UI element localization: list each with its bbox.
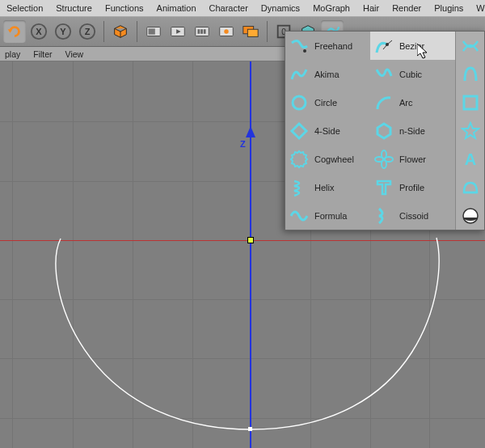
render-settings-button[interactable]	[167, 20, 189, 43]
circle-icon	[289, 92, 310, 113]
divider	[267, 21, 268, 42]
z-axis-label: Z	[240, 139, 246, 149]
cogwheel-icon	[289, 149, 310, 170]
flower-icon	[373, 149, 394, 170]
divider	[103, 21, 104, 42]
z-axis-button[interactable]: Z	[76, 20, 99, 43]
menu-character[interactable]: Character	[203, 3, 255, 13]
spline-4side[interactable]: 4-Side	[285, 116, 370, 145]
origin-handle[interactable]	[247, 237, 254, 243]
akima-icon	[289, 64, 310, 85]
spline-profile[interactable]: Profile	[370, 173, 455, 201]
profile-icon	[373, 177, 394, 198]
divider	[137, 21, 137, 42]
svg-rect-12	[198, 29, 200, 34]
spline-cogwheel[interactable]: Cogwheel	[285, 145, 370, 173]
spline-nside[interactable]: n-Side	[370, 116, 455, 145]
spline-menu-col2: Bezier Cubic Arc n-Side Flower Profile C…	[370, 32, 455, 230]
4side-icon	[289, 120, 310, 142]
menu-render[interactable]: Render	[386, 3, 428, 13]
svg-text:A: A	[464, 150, 475, 168]
spline-label: Cogwheel	[314, 154, 367, 164]
freehand-icon	[289, 36, 310, 57]
svg-rect-14	[204, 29, 206, 34]
spline-cubic[interactable]: Cubic	[370, 60, 455, 88]
picture-viewer-button[interactable]	[215, 20, 238, 43]
spline-akima[interactable]: Akima	[285, 60, 370, 88]
render-button[interactable]	[142, 20, 165, 43]
svg-point-31	[385, 157, 393, 162]
spline-bspline[interactable]	[456, 32, 484, 60]
render-active-button[interactable]	[239, 20, 262, 43]
svg-rect-8	[149, 28, 155, 34]
menu-mograph[interactable]: MoGraph	[306, 3, 356, 13]
spline-type-menu: Freehand Akima Circle 4-Side Cogwheel He…	[285, 31, 485, 230]
svg-line-26	[383, 44, 387, 49]
cube-primitive-button[interactable]	[109, 20, 132, 43]
menu-dynamics[interactable]: Dynamics	[255, 3, 306, 13]
spline-circle[interactable]: Circle	[285, 88, 370, 116]
menu-hair[interactable]: Hair	[356, 3, 386, 13]
spline-bezier[interactable]: Bezier	[370, 32, 455, 60]
spline-helix[interactable]: Helix	[285, 173, 370, 201]
svg-point-36	[463, 209, 478, 223]
menu-selection[interactable]: Selection	[0, 3, 49, 13]
spline-nurbs[interactable]	[456, 60, 484, 88]
menu-functions[interactable]: Functions	[99, 3, 150, 13]
spline-label: Flower	[399, 154, 452, 164]
grid-line	[73, 61, 74, 448]
menu-plugins[interactable]: Plugins	[428, 3, 470, 13]
menu-animation[interactable]: Animation	[150, 3, 203, 13]
subbar-view[interactable]: View	[65, 49, 84, 59]
y-axis-button[interactable]: Y	[52, 20, 74, 43]
helix-icon	[289, 177, 310, 198]
spline-freehand[interactable]: Freehand	[285, 32, 370, 60]
spline-label: Bezier	[399, 41, 452, 51]
svg-rect-13	[200, 29, 203, 34]
svg-text:Y: Y	[60, 27, 66, 36]
svg-text:Z: Z	[85, 27, 91, 36]
bezier-icon	[373, 36, 394, 57]
spline-arc[interactable]: Arc	[370, 88, 455, 116]
spline-label: Arc	[399, 98, 452, 108]
x-axis	[0, 240, 485, 241]
svg-point-23	[293, 96, 306, 109]
nside-icon	[373, 120, 394, 142]
svg-marker-33	[462, 123, 479, 138]
menu-structure[interactable]: Structure	[49, 3, 99, 13]
subbar-play[interactable]: play	[5, 49, 20, 59]
spline-label: Cubic	[399, 70, 452, 79]
spline-label: Formula	[314, 211, 367, 221]
spline-text[interactable]: A	[456, 145, 484, 173]
render-queue-button[interactable]	[191, 20, 213, 43]
spline-star[interactable]	[456, 116, 484, 145]
spline-menu-col3: A	[455, 32, 484, 230]
spline-spherify[interactable]	[456, 201, 484, 230]
grid-line	[192, 61, 193, 448]
grid-line	[0, 299, 485, 300]
z-axis	[250, 61, 251, 448]
svg-point-30	[375, 157, 383, 162]
spline-menu-col1: Freehand Akima Circle 4-Side Cogwheel He…	[285, 32, 370, 230]
spline-label: Profile	[399, 183, 452, 192]
svg-marker-27	[377, 124, 390, 138]
cubic-icon	[373, 64, 394, 85]
spline-flower[interactable]: Flower	[370, 145, 455, 173]
undo-button[interactable]	[3, 20, 26, 43]
spline-label: Akima	[314, 70, 367, 79]
spline-label: 4-Side	[314, 126, 367, 136]
spline-label: Helix	[314, 183, 367, 192]
grid-line	[133, 61, 133, 448]
spline-vectorize[interactable]	[456, 173, 484, 201]
spline-rectangle[interactable]	[456, 88, 484, 116]
subbar-filter[interactable]: Filter	[33, 49, 52, 59]
menubar: Selection Structure Functions Animation …	[0, 0, 485, 16]
menu-window[interactable]: Window	[470, 3, 485, 13]
formula-icon	[289, 205, 310, 226]
svg-point-22	[303, 49, 306, 53]
svg-line-25	[387, 40, 392, 44]
x-axis-button[interactable]: X	[27, 20, 50, 43]
z-axis-arrow-icon	[246, 126, 255, 137]
spline-cissoid[interactable]: Cissoid	[370, 201, 455, 230]
spline-formula[interactable]: Formula	[285, 201, 370, 230]
